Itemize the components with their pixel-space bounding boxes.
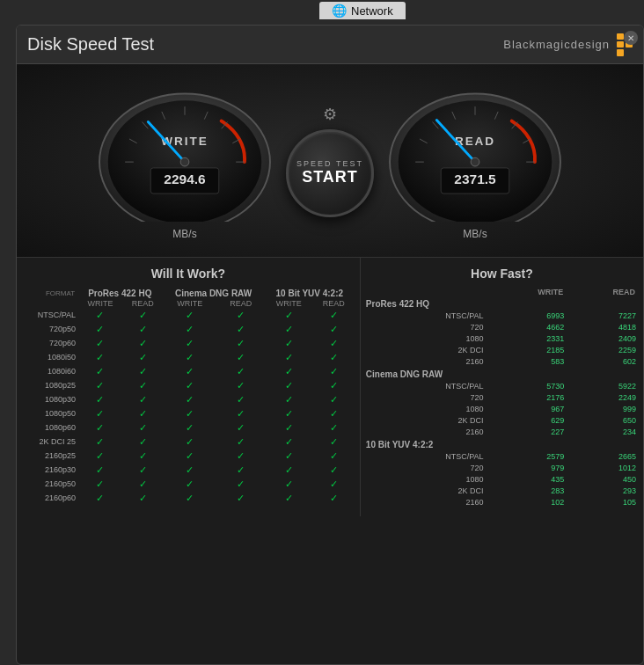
- hf-format-label: 2160: [366, 426, 486, 437]
- check-cell: ✓: [265, 406, 313, 420]
- row-label: 2K DCI 25: [22, 435, 77, 449]
- check-cell: ✓: [265, 350, 313, 364]
- check-cell: ✓: [265, 491, 313, 505]
- check-cell: ✓: [123, 491, 163, 505]
- check-cell: ✓: [77, 449, 123, 463]
- list-item: 2K DCI 283 293: [366, 485, 638, 496]
- list-item: 2K DCI 2185 2259: [366, 344, 638, 355]
- check-cell: ✓: [265, 336, 313, 350]
- list-item: 2160 102 105: [366, 496, 638, 508]
- check-cell: ✓: [265, 378, 313, 392]
- check-cell: ✓: [217, 350, 265, 364]
- check-cell: ✓: [217, 308, 265, 322]
- hf-read-val: 7227: [566, 310, 638, 321]
- check-cell: ✓: [217, 406, 265, 420]
- cinema-write-header: WRITE: [162, 299, 216, 308]
- hf-read-val: 2259: [566, 344, 638, 355]
- title-bar: Disk Speed Test Blackmagicdesign: [17, 26, 643, 64]
- hf-read-val: 234: [566, 426, 638, 437]
- check-cell: ✓: [123, 420, 163, 435]
- yuv-read-header: READ: [313, 299, 355, 308]
- table-row: 1080p25 ✓ ✓ ✓ ✓ ✓ ✓: [22, 378, 355, 392]
- hf-read-val: 293: [566, 485, 638, 496]
- row-label: 1080p25: [22, 378, 77, 392]
- row-label: NTSC/PAL: [22, 308, 77, 322]
- check-cell: ✓: [217, 336, 265, 350]
- row-label: 1080i50: [22, 350, 77, 364]
- check-cell: ✓: [77, 378, 123, 392]
- check-cell: ✓: [123, 406, 163, 420]
- hf-read-val: 2249: [566, 391, 638, 403]
- check-cell: ✓: [265, 392, 313, 406]
- check-cell: ✓: [162, 435, 216, 449]
- hf-write-val: 227: [486, 426, 567, 437]
- hf-read-val: 5922: [566, 380, 638, 391]
- check-cell: ✓: [162, 364, 216, 378]
- prores-read-header: READ: [123, 299, 163, 308]
- check-cell: ✓: [217, 322, 265, 336]
- list-item: NTSC/PAL 6993 7227: [366, 310, 638, 321]
- gear-icon[interactable]: ⚙: [323, 105, 337, 124]
- check-cell: ✓: [217, 477, 265, 491]
- hf-write-val: 102: [486, 496, 567, 508]
- hf-format-label: 1080: [366, 403, 486, 414]
- brand-sq-1: [617, 33, 624, 40]
- start-button[interactable]: SPEED TEST START: [286, 129, 374, 217]
- write-gauge-container: WRITE 2294.6 MB/s: [92, 81, 277, 241]
- hf-format-label: 2K DCI: [366, 344, 486, 355]
- table-row: 720p50 ✓ ✓ ✓ ✓ ✓ ✓: [22, 322, 355, 336]
- check-cell: ✓: [313, 435, 355, 449]
- check-cell: ✓: [123, 322, 163, 336]
- check-cell: ✓: [77, 491, 123, 505]
- check-cell: ✓: [162, 392, 216, 406]
- check-cell: ✓: [77, 350, 123, 364]
- check-cell: ✓: [77, 336, 123, 350]
- hf-write-val: 583: [486, 355, 567, 367]
- yuv-header: 10 Bit YUV 4:2:2: [265, 288, 355, 299]
- check-cell: ✓: [313, 308, 355, 322]
- list-item: 1080 967 999: [366, 403, 638, 414]
- check-cell: ✓: [77, 308, 123, 322]
- check-cell: ✓: [162, 449, 216, 463]
- read-readout: MB/s: [463, 225, 487, 241]
- network-icon: 🌐: [332, 4, 347, 18]
- start-button-line1: SPEED TEST: [296, 159, 363, 168]
- list-item: 720 4662 4818: [366, 321, 638, 332]
- row-label: 720p50: [22, 322, 77, 336]
- list-item: 1080 435 450: [366, 473, 638, 485]
- check-cell: ✓: [313, 449, 355, 463]
- close-button[interactable]: ✕: [624, 31, 638, 45]
- list-item: 2160 583 602: [366, 355, 638, 367]
- network-label: Network: [351, 4, 393, 18]
- check-cell: ✓: [313, 420, 355, 435]
- list-item: 720 2176 2249: [366, 391, 638, 403]
- check-cell: ✓: [313, 336, 355, 350]
- dialog-window: ✕ Disk Speed Test Blackmagicdesign: [16, 25, 644, 665]
- check-cell: ✓: [162, 308, 216, 322]
- list-item: 720 979 1012: [366, 462, 638, 473]
- title-bar-left: Disk Speed Test: [27, 34, 154, 55]
- table-row: 1080p50 ✓ ✓ ✓ ✓ ✓ ✓: [22, 406, 355, 420]
- check-cell: ✓: [265, 420, 313, 435]
- check-cell: ✓: [313, 463, 355, 477]
- hf-write-val: 5730: [486, 380, 567, 391]
- check-cell: ✓: [313, 491, 355, 505]
- empty-col: [22, 299, 77, 308]
- check-cell: ✓: [123, 350, 163, 364]
- check-cell: ✓: [265, 449, 313, 463]
- table-row: 2160p25 ✓ ✓ ✓ ✓ ✓ ✓: [22, 449, 355, 463]
- check-cell: ✓: [123, 378, 163, 392]
- tables-section: Will It Work? FORMAT ProRes 422 HQ Cinem…: [17, 258, 643, 516]
- table-row: 1080p30 ✓ ✓ ✓ ✓ ✓ ✓: [22, 392, 355, 406]
- hf-format-label: 720: [366, 391, 486, 403]
- check-cell: ✓: [77, 322, 123, 336]
- title-bar-right: Blackmagicdesign: [503, 33, 633, 56]
- hf-read-val: 999: [566, 403, 638, 414]
- hf-read-val: 2409: [566, 332, 638, 344]
- prores-write-header: WRITE: [77, 299, 123, 308]
- hf-write-val: 435: [486, 473, 567, 485]
- dialog-title: Disk Speed Test: [27, 34, 154, 55]
- hf-read-val: 450: [566, 473, 638, 485]
- hf-write-val: 4662: [486, 321, 567, 332]
- check-cell: ✓: [123, 392, 163, 406]
